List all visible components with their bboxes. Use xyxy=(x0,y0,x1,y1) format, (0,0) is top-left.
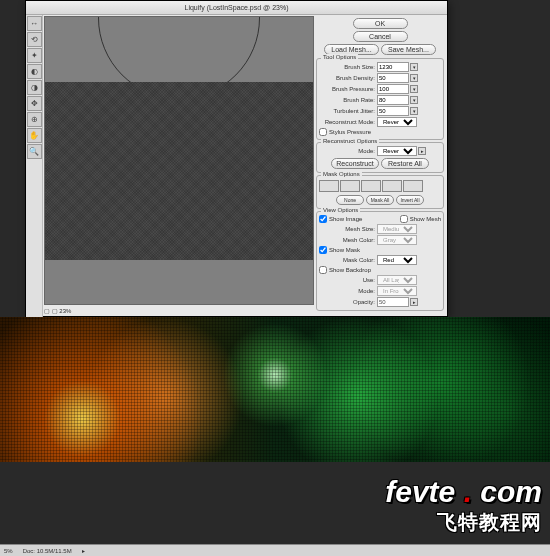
watermark-text-2: com xyxy=(480,475,542,508)
watermark: fevte . com 飞特教程网 xyxy=(385,475,542,536)
mesh-color-select: Gray xyxy=(377,235,417,245)
zoom-value: 23% xyxy=(59,308,71,314)
mask-mode-5[interactable] xyxy=(403,180,423,192)
mask-mode-1[interactable] xyxy=(319,180,339,192)
show-backdrop-label: Show Backdrop xyxy=(329,267,371,273)
dialog-title: Liquify (LostInSpace.psd @ 23%) xyxy=(26,1,447,15)
stylus-pressure-checkbox[interactable] xyxy=(319,128,327,136)
watermark-dot: . xyxy=(455,475,480,508)
ps-status-arrow[interactable]: ▸ xyxy=(82,545,85,556)
ps-doc-size: Doc: 10.5M/11.5M xyxy=(23,545,72,556)
mask-color-select[interactable]: Red xyxy=(377,255,417,265)
mask-mode-4[interactable] xyxy=(382,180,402,192)
show-image-label: Show Image xyxy=(329,216,400,222)
reconstruct-button[interactable]: Reconstruct xyxy=(331,158,379,169)
show-mask-checkbox[interactable] xyxy=(319,246,327,254)
tool-pucker[interactable]: ✦ xyxy=(27,48,42,63)
tool-twirl[interactable]: ⟲ xyxy=(27,32,42,47)
photoshop-status-bar: 5% Doc: 10.5M/11.5M ▸ xyxy=(0,544,550,556)
backdrop-mode-select: In Front xyxy=(377,286,417,296)
brush-size-input[interactable] xyxy=(377,62,409,72)
canvas-brush-outline xyxy=(45,17,313,82)
mask-color-label: Mask Color: xyxy=(319,257,377,263)
mesh-color-label: Mesh Color: xyxy=(319,237,377,243)
liquify-dialog: Liquify (LostInSpace.psd @ 23%) ↔ ⟲ ✦ ◐ … xyxy=(25,0,448,317)
canvas-preview[interactable] xyxy=(44,16,314,305)
mask-mode-3[interactable] xyxy=(361,180,381,192)
watermark-cn: 飞特教程网 xyxy=(385,509,542,536)
mask-options-group: Mask Options NoneMask AllInvert All xyxy=(316,175,444,209)
tool-zoom[interactable]: 🔍 xyxy=(27,144,42,159)
stepper-icon[interactable]: ▸ xyxy=(418,147,426,155)
ok-button[interactable]: OK xyxy=(353,18,408,29)
stepper-icon[interactable]: ▾ xyxy=(410,74,418,82)
toolbox: ↔ ⟲ ✦ ◐ ◑ ✥ ⊕ ✋ 🔍 xyxy=(26,15,43,317)
show-image-checkbox[interactable] xyxy=(319,215,327,223)
reconstruct-mode-label2: Mode: xyxy=(319,148,377,154)
show-backdrop-checkbox[interactable] xyxy=(319,266,327,274)
watermark-text-1: fevte xyxy=(385,475,455,508)
stepper-icon[interactable]: ▾ xyxy=(410,107,418,115)
tool-hand[interactable]: ✋ xyxy=(27,128,42,143)
invert-all-button[interactable]: Invert All xyxy=(396,195,424,205)
brush-pressure-label: Brush Pressure: xyxy=(319,86,377,92)
options-panel: OK Cancel Load Mesh... Save Mesh... Tool… xyxy=(315,17,445,313)
stepper-icon: ▸ xyxy=(410,298,418,306)
tool-options-title: Tool Options xyxy=(321,54,358,60)
view-options-title: View Options xyxy=(321,207,360,213)
mask-mode-2[interactable] xyxy=(340,180,360,192)
ps-zoom[interactable]: 5% xyxy=(4,545,13,556)
show-mask-label: Show Mask xyxy=(329,247,360,253)
brush-density-input[interactable] xyxy=(377,73,409,83)
mask-none-button[interactable]: None xyxy=(336,195,364,205)
tool-warp[interactable]: ↔ xyxy=(27,16,42,31)
cancel-button[interactable]: Cancel xyxy=(353,31,408,42)
brush-rate-input[interactable] xyxy=(377,95,409,105)
reconstruct-mode-select2[interactable]: Revert xyxy=(377,146,417,156)
bokeh-result-image xyxy=(0,317,550,462)
show-mesh-label: Show Mesh xyxy=(410,216,441,222)
restore-all-button[interactable]: Restore All xyxy=(381,158,429,169)
mesh-size-select: Medium xyxy=(377,224,417,234)
canvas-bottom xyxy=(45,260,313,282)
brush-rate-label: Brush Rate: xyxy=(319,97,377,103)
backdrop-use-label: Use: xyxy=(319,277,377,283)
view-options-group: View Options Show ImageShow Mesh Mesh Si… xyxy=(316,211,444,311)
tool-push-left[interactable]: ◑ xyxy=(27,80,42,95)
mask-options-title: Mask Options xyxy=(321,171,362,177)
backdrop-opacity-input xyxy=(377,297,409,307)
zoom-plus[interactable]: ▢ xyxy=(52,308,58,314)
backdrop-opacity-label: Opacity: xyxy=(319,299,377,305)
reconstruct-mode-select[interactable]: Revert xyxy=(377,117,417,127)
mask-all-button[interactable]: Mask All xyxy=(366,195,394,205)
tool-bloat[interactable]: ◐ xyxy=(27,64,42,79)
reconstruct-mode-label: Reconstruct Mode: xyxy=(319,119,377,125)
show-mesh-checkbox[interactable] xyxy=(400,215,408,223)
canvas-zoom: ▢ ▢ 23% xyxy=(44,307,71,314)
canvas-mesh-area xyxy=(45,82,313,260)
backdrop-use-select: All Layers xyxy=(377,275,417,285)
turbulent-jitter-label: Turbulent Jitter: xyxy=(319,108,377,114)
stepper-icon[interactable]: ▾ xyxy=(410,96,418,104)
tool-mirror[interactable]: ✥ xyxy=(27,96,42,111)
mesh-size-label: Mesh Size: xyxy=(319,226,377,232)
brush-density-label: Brush Density: xyxy=(319,75,377,81)
stylus-pressure-label: Stylus Pressure xyxy=(329,129,371,135)
brush-pressure-input[interactable] xyxy=(377,84,409,94)
backdrop-mode-label: Mode: xyxy=(319,288,377,294)
tool-options-group: Tool Options Brush Size:▾ Brush Density:… xyxy=(316,58,444,140)
turbulent-jitter-input[interactable] xyxy=(377,106,409,116)
tool-turbulence[interactable]: ⊕ xyxy=(27,112,42,127)
stepper-icon[interactable]: ▾ xyxy=(410,85,418,93)
save-mesh-button[interactable]: Save Mesh... xyxy=(381,44,436,55)
reconstruct-options-title: Reconstruct Options xyxy=(321,138,379,144)
zoom-minus[interactable]: ▢ xyxy=(44,308,50,314)
stepper-icon[interactable]: ▾ xyxy=(410,63,418,71)
brush-size-label: Brush Size: xyxy=(319,64,377,70)
reconstruct-options-group: Reconstruct Options Mode:Revert▸ Reconst… xyxy=(316,142,444,173)
